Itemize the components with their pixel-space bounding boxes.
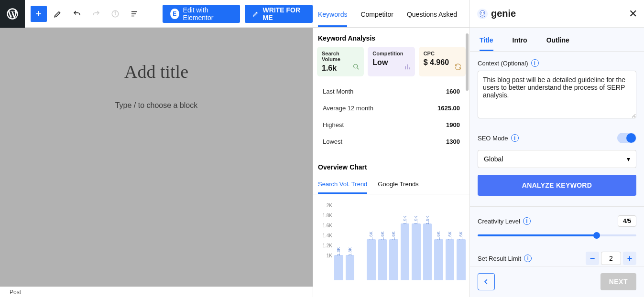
tab-questions-asked[interactable]: Questions Asked — [407, 11, 457, 27]
context-textarea[interactable] — [478, 71, 636, 118]
stepper-increment[interactable]: + — [623, 252, 636, 265]
chart-tab-google-trends[interactable]: Google Trends — [378, 180, 418, 194]
outline-button[interactable] — [126, 6, 142, 22]
close-button[interactable]: ✕ — [629, 8, 637, 20]
card-label: Search Volume — [322, 51, 359, 62]
brand-name: genie — [491, 8, 516, 19]
bar — [423, 223, 432, 280]
seo-mode-toggle[interactable] — [617, 133, 636, 143]
creativity-slider[interactable] — [478, 232, 636, 239]
stat-row: Highest1900 — [323, 117, 460, 133]
region-select[interactable]: Global ▾ — [478, 150, 636, 168]
competition-card: Competition Low — [368, 47, 415, 76]
bar-column: 1.6K — [457, 233, 466, 280]
stat-row: Lowest1300 — [323, 133, 460, 150]
info-icon[interactable]: i — [531, 59, 539, 67]
info-icon[interactable]: i — [511, 134, 519, 142]
tab-competitor[interactable]: Competitor — [360, 11, 393, 27]
bar-value-label: 1.9K — [403, 216, 407, 225]
stat-row: Average 12 month1625.00 — [323, 100, 460, 117]
bar-column: 1.6K — [446, 233, 455, 280]
back-button[interactable] — [478, 273, 495, 290]
stat-value: 1600 — [446, 88, 460, 95]
bar-column: 1.6K — [434, 233, 443, 280]
add-block-button[interactable]: + — [31, 6, 47, 22]
scrollbar-thumb[interactable] — [466, 33, 469, 91]
slider-knob[interactable] — [593, 232, 600, 239]
tab-keywords[interactable]: Keywords — [318, 11, 347, 27]
stat-key: Last Month — [323, 88, 353, 95]
bar-value-label: 1.9K — [425, 216, 430, 225]
stat-value: 1900 — [446, 121, 460, 128]
info-icon[interactable]: i — [523, 217, 531, 225]
result-limit-label: Set Result Limit i — [478, 255, 532, 262]
tab-outline[interactable]: Outline — [546, 36, 569, 51]
card-label: Competition — [372, 51, 410, 56]
bar — [334, 255, 343, 280]
stepper-value: 2 — [601, 252, 621, 265]
wordpress-logo[interactable] — [0, 0, 25, 28]
bar-value-label: 1.9K — [414, 216, 419, 225]
analyze-keyword-button[interactable]: ANALYZE KEYWORD — [478, 175, 636, 196]
bar — [446, 239, 455, 280]
svg-point-13 — [481, 12, 482, 13]
tab-intro[interactable]: Intro — [513, 36, 527, 51]
card-label: CPC — [424, 51, 461, 56]
stepper-decrement[interactable]: − — [586, 252, 599, 265]
elementor-button[interactable]: E Edit with Elementor — [163, 5, 240, 23]
bar — [389, 239, 398, 280]
svg-point-14 — [483, 12, 484, 13]
svg-line-7 — [357, 68, 359, 70]
stat-key: Lowest — [323, 138, 342, 145]
y-tick: 1K — [317, 253, 332, 258]
pencil-icon — [252, 10, 259, 18]
context-label: Context (Optional) i — [478, 59, 636, 67]
y-tick: 1.2K — [317, 243, 332, 248]
bar — [346, 255, 355, 280]
elementor-icon: E — [170, 9, 179, 19]
bar-column: 1.3K — [346, 249, 355, 280]
keyword-analysis-heading: Keyword Analysis — [313, 28, 469, 47]
stat-row: Last Month1600 — [323, 83, 460, 100]
plus-icon: + — [35, 8, 42, 20]
bar-value-label: 1.3K — [348, 247, 352, 256]
panel-scrollbar[interactable] — [466, 29, 469, 258]
bar-value-label: 1.6K — [459, 232, 464, 241]
undo-button[interactable] — [69, 6, 85, 22]
bar-column: 1.6K — [389, 233, 398, 280]
stat-value: 1300 — [446, 138, 460, 145]
overview-chart-heading: Overview Chart — [313, 157, 469, 176]
redo-button[interactable] — [88, 6, 104, 22]
svg-point-6 — [354, 64, 358, 68]
chart-tab-search-vol[interactable]: Search Vol. Trend — [318, 180, 367, 194]
bar-column: 1.3K — [334, 249, 343, 280]
search-icon — [352, 63, 360, 73]
write-for-me-label: WRITE FOR ME — [263, 6, 305, 21]
editor-modal-overlay[interactable] — [0, 28, 313, 286]
bar-column: 1.9K — [423, 218, 432, 280]
bar — [367, 239, 376, 280]
genie-logo: genie — [477, 8, 516, 20]
y-tick: 1.4K — [317, 233, 332, 238]
tab-title[interactable]: Title — [480, 36, 493, 51]
bar — [401, 223, 410, 280]
edit-tool-icon[interactable] — [50, 6, 66, 22]
bar-value-label: 1.6K — [437, 232, 441, 241]
next-button[interactable]: NEXT — [600, 273, 636, 290]
bar-value-label: 1.6K — [380, 232, 385, 241]
bar-chart-icon — [404, 63, 411, 73]
info-icon[interactable]: i — [524, 255, 532, 262]
chevron-left-icon — [483, 278, 490, 285]
y-tick: 1.8K — [317, 213, 332, 218]
bar-value-label: 1.6K — [369, 232, 374, 241]
info-button[interactable] — [107, 6, 123, 22]
bar — [434, 239, 443, 280]
stat-key: Average 12 month — [323, 105, 373, 112]
creativity-value-chip: 4/5 — [618, 215, 636, 227]
statusbar-mode: Post — [10, 289, 21, 296]
cpc-card: CPC $ 4.960 — [419, 47, 466, 76]
stat-key: Highest — [323, 121, 344, 128]
search-volume-chart: 2K1.8K1.6K1.4K1.2K1K 1.3K1.3K1.6K1.6K1.6… — [313, 194, 469, 280]
write-for-me-button[interactable]: WRITE FOR ME — [245, 5, 313, 23]
seo-mode-label: SEO Mode i — [478, 134, 519, 142]
